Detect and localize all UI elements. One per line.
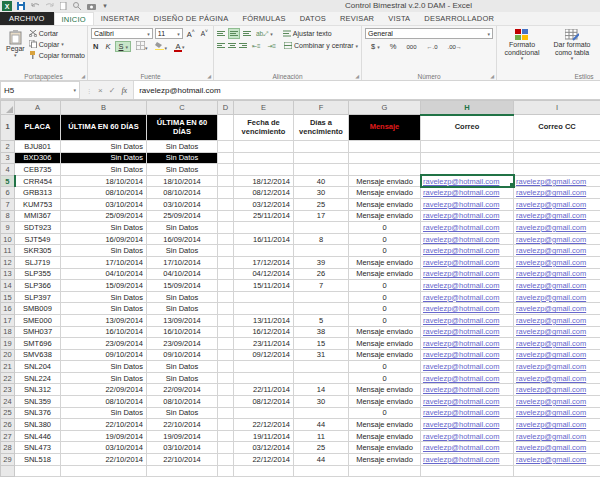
cell-B13[interactable]: 04/10/2014 [61, 268, 147, 280]
cell-C2[interactable]: Sin Datos [147, 141, 218, 153]
cell-I6[interactable]: ravelezp@gmail.com [514, 187, 600, 199]
cell-G26[interactable]: Mensaje enviado [349, 419, 421, 431]
cell-C18[interactable]: 16/10/2014 [147, 326, 218, 338]
cell-D9[interactable] [218, 222, 234, 234]
cell-A23[interactable]: SNL312 [15, 384, 61, 396]
borders-button[interactable]: ▾ [134, 41, 150, 52]
formula-input[interactable]: ravelezp@hotmail.com [134, 81, 600, 99]
row-header-29[interactable]: 29 [1, 454, 15, 466]
cell-F28[interactable]: 25 [294, 442, 349, 454]
cell-D19[interactable] [218, 338, 234, 350]
cell-B23[interactable]: 22/09/2014 [61, 384, 147, 396]
row-header-26[interactable]: 26 [1, 419, 15, 431]
cell-H12[interactable]: ravelezp@hotmail.com [421, 256, 514, 268]
cell-A22[interactable]: SNL224 [15, 372, 61, 384]
row-header-25[interactable]: 25 [1, 407, 15, 419]
cell-C13[interactable]: 04/10/2014 [147, 268, 218, 280]
cell-I5[interactable]: ravelezp@gmail.com [514, 175, 600, 187]
cell-C29[interactable]: 22/10/2014 [147, 454, 218, 466]
cell-G18[interactable]: Mensaje enviado [349, 326, 421, 338]
merge-center-button[interactable]: Combinar y centrar ▾ [283, 41, 359, 50]
row-header-14[interactable]: 14 [1, 280, 15, 292]
cell-C23[interactable]: 22/09/2014 [147, 384, 218, 396]
cell-D6[interactable] [218, 187, 234, 199]
italic-button[interactable]: K [103, 42, 112, 51]
camera-icon[interactable] [86, 2, 96, 11]
cell-H20[interactable]: ravelezp@hotmail.com [421, 349, 514, 361]
cell-F19[interactable]: 15 [294, 338, 349, 350]
cell-B14[interactable]: 15/09/2014 [61, 280, 147, 292]
cell-G14[interactable]: 0 [349, 280, 421, 292]
cell-D5[interactable] [218, 175, 234, 187]
cell-E26[interactable]: 22/12/2014 [234, 419, 294, 431]
cell-C5[interactable]: 18/10/2014 [147, 175, 218, 187]
cell-A25[interactable]: SNL376 [15, 407, 61, 419]
cell-I24[interactable]: ravelezp@gmail.com [514, 396, 600, 408]
cell-D14[interactable] [218, 280, 234, 292]
cell-I1[interactable]: Correo CC [514, 115, 600, 141]
cell-B10[interactable]: 16/09/2014 [61, 233, 147, 245]
cell-B11[interactable]: Sin Datos [61, 245, 147, 257]
row-header-27[interactable]: 27 [1, 430, 15, 442]
cell-H30[interactable] [421, 465, 514, 477]
cell-B2[interactable]: Sin Datos [61, 141, 147, 153]
col-header-A[interactable]: A [15, 101, 61, 115]
cell-G23[interactable]: Mensaje enviado [349, 384, 421, 396]
cell-D16[interactable] [218, 303, 234, 315]
cell-E6[interactable]: 08/12/2014 [234, 187, 294, 199]
cell-D7[interactable] [218, 198, 234, 210]
fill-color-button[interactable]: ▾ [153, 41, 170, 52]
cell-E20[interactable]: 09/12/2014 [234, 349, 294, 361]
copy-button[interactable]: Copiar ▾ [28, 39, 86, 49]
cell-C21[interactable]: Sin Datos [147, 361, 218, 373]
conditional-format-button[interactable]: Formato condicional▾ [500, 28, 544, 63]
cell-G10[interactable]: 0 [349, 233, 421, 245]
row-header-7[interactable]: 7 [1, 198, 15, 210]
cell-I28[interactable]: ravelezp@gmail.com [514, 442, 600, 454]
cell-I16[interactable]: ravelezp@gmail.com [514, 303, 600, 315]
cell-H24[interactable]: ravelezp@hotmail.com [421, 396, 514, 408]
cell-D25[interactable] [218, 407, 234, 419]
cell-I14[interactable]: ravelezp@gmail.com [514, 280, 600, 292]
cell-G1[interactable]: Mensaje [349, 115, 421, 141]
cell-D21[interactable] [218, 361, 234, 373]
cell-E15[interactable] [234, 291, 294, 303]
cell-D24[interactable] [218, 396, 234, 408]
cell-F25[interactable] [294, 407, 349, 419]
cell-E12[interactable]: 17/12/2014 [234, 256, 294, 268]
cell-D13[interactable] [218, 268, 234, 280]
cell-C14[interactable]: 15/09/2014 [147, 280, 218, 292]
cell-D12[interactable] [218, 256, 234, 268]
cell-H25[interactable]: ravelezp@hotmail.com [421, 407, 514, 419]
cell-A17[interactable]: SME000 [15, 314, 61, 326]
cell-H28[interactable]: ravelezp@hotmail.com [421, 442, 514, 454]
cell-C16[interactable]: Sin Datos [147, 303, 218, 315]
cell-B28[interactable]: 03/10/2014 [61, 442, 147, 454]
row-header-2[interactable]: 2 [1, 141, 15, 153]
cell-A19[interactable]: SMT696 [15, 338, 61, 350]
cell-F27[interactable]: 11 [294, 430, 349, 442]
cell-H13[interactable]: ravelezp@hotmail.com [421, 268, 514, 280]
cell-E28[interactable]: 03/12/2014 [234, 442, 294, 454]
cell-F15[interactable] [294, 291, 349, 303]
cell-E21[interactable] [234, 361, 294, 373]
cell-G22[interactable]: 0 [349, 372, 421, 384]
cell-I18[interactable]: ravelezp@gmail.com [514, 326, 600, 338]
cell-I10[interactable]: ravelezp@gmail.com [514, 233, 600, 245]
cell-E18[interactable]: 16/12/2014 [234, 326, 294, 338]
cell-B4[interactable]: Sin Datos [61, 164, 147, 176]
cell-E30[interactable] [234, 465, 294, 477]
cell-F18[interactable]: 38 [294, 326, 349, 338]
cell-G4[interactable] [349, 164, 421, 176]
paste-dropdown-icon[interactable]: ▾ [14, 52, 17, 58]
row-header-23[interactable]: 23 [1, 384, 15, 396]
cell-B17[interactable]: 13/09/2014 [61, 314, 147, 326]
cell-I21[interactable]: ravelezp@gmail.com [514, 361, 600, 373]
cell-E24[interactable]: 08/12/2014 [234, 396, 294, 408]
cell-B9[interactable]: Sin Datos [61, 222, 147, 234]
cell-C25[interactable]: Sin Datos [147, 407, 218, 419]
cell-F23[interactable]: 14 [294, 384, 349, 396]
cell-C24[interactable]: 08/10/2014 [147, 396, 218, 408]
cell-H17[interactable]: ravelezp@hotmail.com [421, 314, 514, 326]
cell-G16[interactable]: 0 [349, 303, 421, 315]
